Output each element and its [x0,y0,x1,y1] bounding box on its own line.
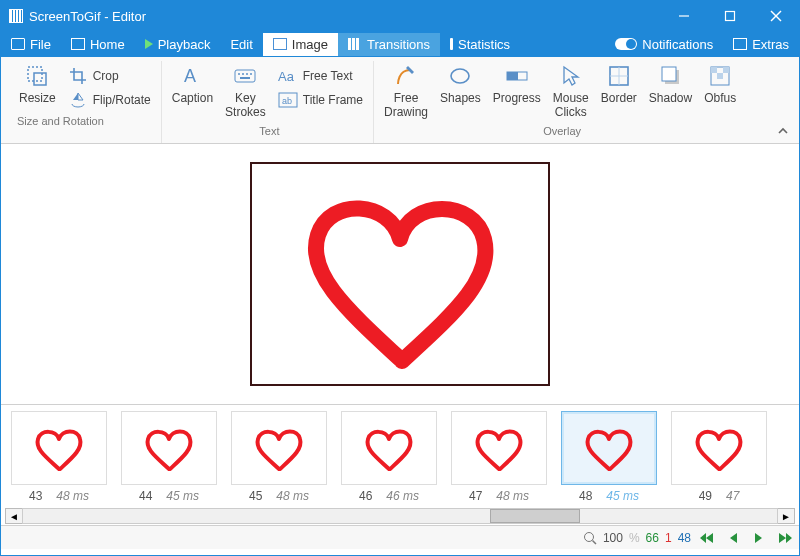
progress-icon [504,63,530,89]
frame-thumb[interactable]: 45 48 ms [231,411,327,503]
svg-rect-27 [717,73,723,79]
svg-rect-12 [240,77,250,79]
timeline: 43 48 ms 44 45 ms 45 48 ms 46 46 ms 47 4… [1,404,799,525]
thumb-duration: 48 ms [56,489,89,503]
resize-button[interactable]: Resize [13,61,62,107]
selection-count: 1 [665,531,672,545]
thumb-duration: 48 ms [496,489,529,503]
menu-statistics[interactable]: Statistics [440,33,520,56]
menubar: File Home Playback Edit Image Transition… [1,31,799,57]
svg-text:ab: ab [282,96,292,106]
crop-label: Crop [93,69,119,83]
resize-icon [24,63,50,89]
svg-rect-23 [662,67,676,81]
nav-prev-button[interactable] [723,529,743,547]
titleframe-icon: ab [278,91,298,109]
statistics-icon [450,38,453,50]
svg-rect-26 [723,67,729,73]
collapse-ribbon-button[interactable] [777,125,789,137]
freedraw-button[interactable]: Free Drawing [378,61,434,121]
flip-rotate-icon [68,91,88,109]
frame-thumb[interactable]: 47 48 ms [451,411,547,503]
svg-point-11 [250,73,252,75]
group-overlay-label: Overlay [378,121,742,143]
nav-first-button[interactable] [697,529,717,547]
maximize-button[interactable] [707,1,753,31]
current-frame-preview[interactable] [250,162,550,386]
keystrokes-button[interactable]: Key Strokes [219,61,272,121]
border-icon [606,63,632,89]
progress-button[interactable]: Progress [487,61,547,107]
svg-line-29 [592,540,596,544]
menu-transitions[interactable]: Transitions [338,33,440,56]
thumb-duration: 46 ms [386,489,419,503]
heart-drawing [260,169,540,379]
thumb-number: 48 [579,489,592,503]
zoom-pct: % [629,531,640,545]
titleframe-button[interactable]: ab Title Frame [272,89,369,111]
obfuscate-button[interactable]: Obfus [698,61,742,107]
svg-rect-5 [34,73,46,85]
svg-rect-18 [507,72,518,80]
keystrokes-label-1: Key [235,91,256,105]
svg-rect-1 [726,12,735,21]
keystrokes-icon [232,63,258,89]
frame-thumb[interactable]: 49 47 [671,411,767,503]
keystrokes-label-2: Strokes [225,105,266,119]
frame-thumb[interactable]: 48 45 ms [561,411,657,503]
zoom-value: 100 [603,531,623,545]
obfuscate-icon [707,63,733,89]
play-icon [145,39,153,49]
nav-last-button[interactable] [775,529,795,547]
menu-image[interactable]: Image [263,33,338,56]
shadow-label: Shadow [649,91,692,105]
progress-label: Progress [493,91,541,105]
svg-text:Aa: Aa [278,69,295,84]
minimize-button[interactable] [661,1,707,31]
svg-point-9 [242,73,244,75]
thumb-number: 49 [699,489,712,503]
thumb-duration: 45 ms [606,489,639,503]
mouse-label-1: Mouse [553,91,589,105]
nav-next-button[interactable] [749,529,769,547]
titleframe-label: Title Frame [303,93,363,107]
scroll-handle[interactable] [490,509,580,523]
freetext-label: Free Text [303,69,353,83]
shapes-label: Shapes [440,91,481,105]
scroll-right-button[interactable]: ► [777,508,795,524]
flip-rotate-button[interactable]: Flip/Rotate [62,89,157,111]
thumb-duration: 45 ms [166,489,199,503]
menu-extras[interactable]: Extras [723,33,799,56]
freetext-button[interactable]: Aa Free Text [272,65,369,87]
frame-thumb[interactable]: 44 45 ms [121,411,217,503]
frame-thumb[interactable]: 43 48 ms [11,411,107,503]
freedraw-label-2: Drawing [384,105,428,119]
shadow-button[interactable]: Shadow [643,61,698,107]
thumb-image [341,411,437,485]
menu-file[interactable]: File [1,33,61,56]
resize-label: Resize [19,91,56,105]
close-button[interactable] [753,1,799,31]
menu-home[interactable]: Home [61,33,135,56]
group-size-label: Size and Rotation [13,111,157,133]
scroll-left-button[interactable]: ◄ [5,508,23,524]
frame-thumb[interactable]: 46 46 ms [341,411,437,503]
cursor-icon [558,63,584,89]
menu-notifications[interactable]: Notifications [605,33,723,56]
crop-button[interactable]: Crop [62,65,157,87]
svg-rect-7 [235,70,255,82]
menu-playback[interactable]: Playback [135,33,221,56]
svg-point-28 [584,532,593,541]
menu-edit[interactable]: Edit [220,33,262,56]
titlebar: ScreenToGif - Editor [1,1,799,31]
crop-icon [68,67,88,85]
thumb-number: 44 [139,489,152,503]
scroll-track[interactable] [22,508,778,524]
app-icon [9,9,23,23]
caption-button[interactable]: A Caption [166,61,219,107]
border-button[interactable]: Border [595,61,643,107]
timeline-scrollbar[interactable]: ◄ ► [5,507,795,525]
mouseclicks-button[interactable]: Mouse Clicks [547,61,595,121]
shapes-button[interactable]: Shapes [434,61,487,107]
thumb-image [561,411,657,485]
